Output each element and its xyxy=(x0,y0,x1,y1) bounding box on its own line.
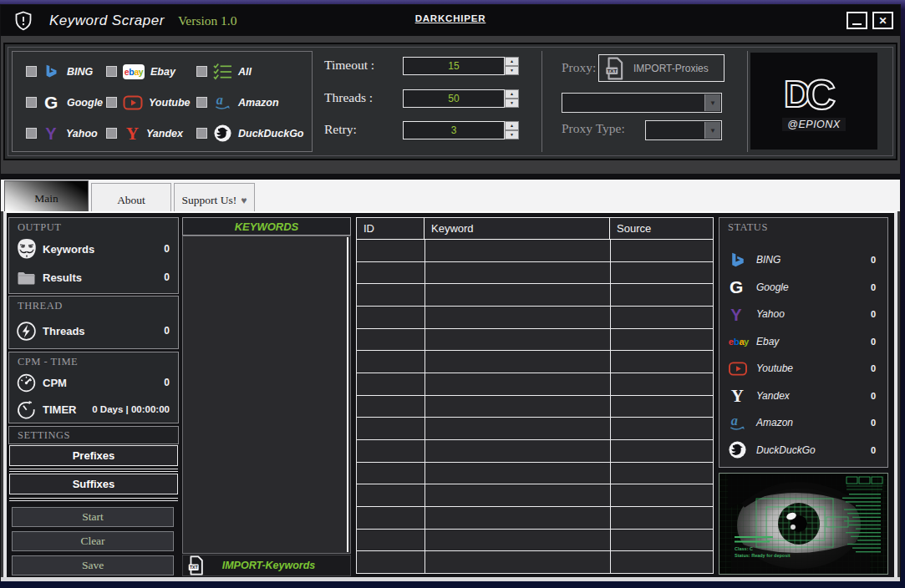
proxy-type-label: Proxy Type: xyxy=(562,121,625,136)
minimize-button[interactable] xyxy=(847,12,867,29)
main-content: OUTPUT Keywords 0 Results 0 THREAD Threa… xyxy=(3,211,897,577)
settings-group: SETTINGS xyxy=(8,426,179,444)
timeout-input[interactable] xyxy=(403,57,505,75)
engine-label: Amazon xyxy=(238,97,279,109)
start-button[interactable]: Start xyxy=(12,507,174,527)
engine-yahoo: Yahoo xyxy=(26,124,106,142)
keywords-panel-header: KEYWORDS xyxy=(182,217,351,236)
ebay-icon xyxy=(123,64,145,79)
engine-checkbox-bing[interactable] xyxy=(26,66,37,77)
chevron-down-icon[interactable]: ▼ xyxy=(704,122,720,139)
import-keywords-button[interactable]: IMPORT-Keywords xyxy=(182,555,351,576)
chevron-down-icon[interactable]: ▼ xyxy=(704,94,720,111)
prefixes-button-label: Prefixes xyxy=(73,449,115,462)
desktop-background: Keyword Scraper Version 1.0 DARKCHIPER ✕… xyxy=(0,0,905,588)
threads-count-value: 0 xyxy=(164,325,173,337)
keywords-count-row: Keywords 0 xyxy=(16,236,173,261)
brand-handle: @EPIONX xyxy=(782,118,845,131)
threads-label: Threads : xyxy=(324,90,373,105)
status-label: Google xyxy=(756,281,789,293)
engine-checkbox-amazon[interactable] xyxy=(196,97,207,108)
engine-checkbox-ebay[interactable] xyxy=(106,66,117,77)
youtube-icon xyxy=(728,360,756,378)
clear-button[interactable]: Clear xyxy=(12,531,174,551)
status-row-yandex: Yandex 0 xyxy=(728,383,881,410)
results-table-body xyxy=(357,240,713,573)
engine-checkbox-yandex[interactable] xyxy=(106,128,117,139)
start-button-label: Start xyxy=(82,510,104,524)
engine-youtube: Youtube xyxy=(106,94,196,112)
tab-strip: Main About Support Us! ♥ xyxy=(1,174,900,211)
duckduckgo-icon xyxy=(728,440,756,459)
retry-input[interactable] xyxy=(403,121,505,139)
proxy-label: Proxy: xyxy=(562,60,596,75)
table-row xyxy=(357,329,713,352)
suffixes-button[interactable]: Suffixes xyxy=(9,474,178,494)
stepper-up-icon[interactable]: ▲ xyxy=(505,121,519,130)
stepper-down-icon[interactable]: ▼ xyxy=(505,130,519,139)
column-header-keyword[interactable]: Keyword xyxy=(425,218,610,239)
yandex-icon xyxy=(123,124,140,143)
status-row-youtube: Youtube 0 xyxy=(728,355,881,383)
status-row-bing: BING 0 xyxy=(728,246,881,274)
threads-input[interactable] xyxy=(403,89,505,108)
thread-group-title: THREAD xyxy=(18,300,63,312)
yandex-icon xyxy=(728,386,756,405)
heart-icon: ♥ xyxy=(241,195,247,207)
stepper-down-icon[interactable]: ▼ xyxy=(505,66,519,75)
table-row xyxy=(357,440,713,463)
tab-label: Support Us! xyxy=(182,194,237,207)
eye-overlay-class: Class: C xyxy=(735,546,753,551)
proxy-type-select[interactable]: ▼ xyxy=(645,120,722,140)
table-row xyxy=(357,373,713,396)
status-label: Ebay xyxy=(756,336,779,347)
close-button[interactable]: ✕ xyxy=(872,12,893,29)
import-keywords-label: IMPORT-Keywords xyxy=(204,560,350,571)
engine-label: BING xyxy=(67,66,93,78)
stepper-up-icon[interactable]: ▲ xyxy=(505,89,519,99)
keywords-scrollbar[interactable] xyxy=(347,237,348,552)
close-icon: ✕ xyxy=(878,15,887,27)
status-row-amazon: Amazon 0 xyxy=(728,409,881,437)
engine-checkbox-all[interactable] xyxy=(196,66,207,77)
engine-checkbox-google[interactable] xyxy=(26,97,37,108)
eye-overlay-status: Status: Ready for deposit xyxy=(735,553,791,558)
import-proxies-label: IMPORT-Proxies xyxy=(633,63,709,74)
engine-checkbox-duckduckgo[interactable] xyxy=(196,128,207,139)
status-label: Yandex xyxy=(756,390,790,402)
panel-divider xyxy=(747,51,748,152)
threads-count-label: Threads xyxy=(43,325,85,337)
output-group-title: OUTPUT xyxy=(18,221,61,234)
gauge-icon xyxy=(16,373,43,393)
proxy-list-select[interactable]: ▼ xyxy=(562,93,722,113)
table-row xyxy=(357,418,713,440)
engine-checkbox-yahoo[interactable] xyxy=(26,128,37,139)
save-button[interactable]: Save xyxy=(12,555,174,575)
status-value: 0 xyxy=(871,337,881,347)
engine-bing: BING xyxy=(26,63,106,79)
engine-all: All xyxy=(196,63,318,80)
keywords-panel-title: KEYWORDS xyxy=(235,220,299,233)
amazon-icon xyxy=(728,413,756,433)
app-version: Version 1.0 xyxy=(178,13,237,28)
app-title: Keyword Scraper xyxy=(49,13,165,29)
keywords-listbox[interactable] xyxy=(182,236,351,554)
column-header-source[interactable]: Source xyxy=(610,218,713,239)
engine-checkbox-youtube[interactable] xyxy=(106,97,117,108)
table-row xyxy=(357,307,713,329)
cpm-label: CPM xyxy=(43,377,67,389)
table-row xyxy=(357,240,713,262)
bing-icon xyxy=(43,63,61,79)
duckduckgo-icon xyxy=(213,124,232,143)
folder-icon xyxy=(16,268,43,286)
brand-logo-box: @EPIONX xyxy=(750,53,877,150)
cpm-row: CPM 0 xyxy=(16,370,173,395)
column-header-id[interactable]: ID xyxy=(357,218,425,239)
stepper-up-icon[interactable]: ▲ xyxy=(505,57,519,66)
prefixes-button[interactable]: Prefixes xyxy=(9,445,178,466)
import-proxies-button[interactable]: IMPORT-Proxies xyxy=(598,54,725,82)
status-row-yahoo: Yahoo 0 xyxy=(728,301,881,328)
stepper-down-icon[interactable]: ▼ xyxy=(505,99,519,108)
column-separator xyxy=(610,240,611,573)
status-value: 0 xyxy=(871,391,881,401)
